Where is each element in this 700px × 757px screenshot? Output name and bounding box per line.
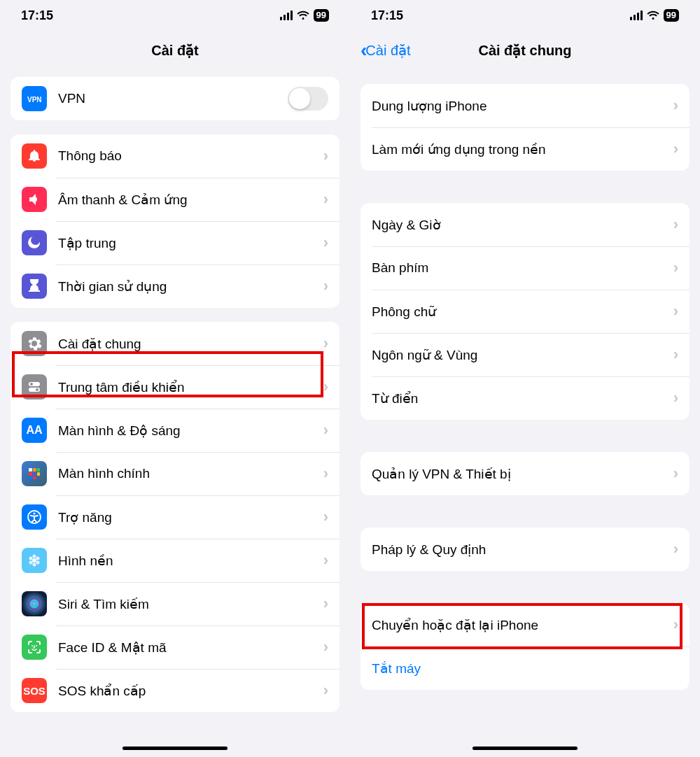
svg-rect-10 <box>37 472 40 476</box>
nav-header: Cài đặt <box>0 31 350 70</box>
moon-icon <box>22 230 47 255</box>
home-indicator[interactable] <box>122 747 227 750</box>
vpn-icon: VPN <box>22 86 47 111</box>
chevron-right-icon: › <box>673 97 678 115</box>
row-language[interactable]: Ngôn ngữ & Vùng › <box>360 333 690 376</box>
row-notifications[interactable]: Thông báo › <box>10 134 340 178</box>
chevron-right-icon: › <box>323 638 328 656</box>
chevron-right-icon: › <box>323 334 328 353</box>
app-grid-icon <box>22 461 47 486</box>
group-reset: Chuyển hoặc đặt lại iPhone › Tắt máy <box>360 603 690 690</box>
row-fonts[interactable]: Phông chữ › <box>360 290 690 333</box>
row-transfer-reset[interactable]: Chuyển hoặc đặt lại iPhone › <box>360 603 690 646</box>
chevron-right-icon: › <box>323 681 328 700</box>
group-vpn: VPN VPN <box>10 77 340 120</box>
row-vpn-device[interactable]: Quản lý VPN & Thiết bị › <box>360 452 690 495</box>
row-label: Tập trung <box>58 235 323 251</box>
svg-point-25 <box>36 645 37 646</box>
accessibility-icon <box>22 504 47 530</box>
page-title: Cài đặt chung <box>478 42 571 59</box>
status-bar: 17:15 99 <box>0 0 350 31</box>
svg-rect-11 <box>29 476 32 479</box>
row-storage[interactable]: Dung lượng iPhone › <box>360 84 690 127</box>
row-focus[interactable]: Tập trung › <box>10 221 340 264</box>
toggles-icon <box>22 374 47 399</box>
hourglass-icon <box>22 274 47 299</box>
row-label: Trợ năng <box>58 509 323 525</box>
row-sounds[interactable]: Âm thanh & Cảm ứng › <box>10 178 340 221</box>
svg-point-14 <box>34 513 36 515</box>
sos-icon: SOS <box>22 678 47 703</box>
row-control-center[interactable]: Trung tâm điều khiển › <box>10 365 340 409</box>
row-legal[interactable]: Pháp lý & Quy định › <box>360 528 690 571</box>
row-label: Làm mới ứng dụng trong nền <box>372 141 673 157</box>
svg-point-24 <box>31 645 33 646</box>
row-label: Hình nền <box>58 553 323 569</box>
home-indicator[interactable] <box>472 747 578 750</box>
row-background-refresh[interactable]: Làm mới ứng dụng trong nền › <box>360 127 690 171</box>
faceid-icon <box>22 635 47 660</box>
svg-rect-6 <box>33 468 36 472</box>
status-time: 17:15 <box>371 8 403 23</box>
svg-point-17 <box>36 557 40 560</box>
chevron-right-icon: › <box>323 147 328 165</box>
chevron-right-icon: › <box>673 140 678 158</box>
row-label: Quản lý VPN & Thiết bị <box>372 466 673 482</box>
battery-badge: 99 <box>664 9 679 22</box>
group-vpn-device: Quản lý VPN & Thiết bị › <box>360 452 690 495</box>
svg-point-4 <box>36 388 38 391</box>
row-display[interactable]: AA Màn hình & Độ sáng › <box>10 409 340 452</box>
row-label: Cài đặt chung <box>58 336 323 352</box>
svg-rect-5 <box>29 468 32 472</box>
group-general: Cài đặt chung › Trung tâm điều khiển › A… <box>10 322 340 712</box>
back-label: Cài đặt <box>365 42 410 59</box>
status-right: 99 <box>280 9 329 22</box>
svg-rect-8 <box>29 472 32 476</box>
gear-icon <box>22 331 47 356</box>
battery-badge: 99 <box>314 9 329 22</box>
chevron-right-icon: › <box>323 465 328 483</box>
row-wallpaper[interactable]: Hình nền › <box>10 539 340 582</box>
chevron-right-icon: › <box>323 190 328 208</box>
row-faceid[interactable]: Face ID & Mật mã › <box>10 625 340 669</box>
nav-header: ‹ Cài đặt Cài đặt chung <box>350 31 700 70</box>
cellular-signal-icon <box>280 10 293 20</box>
row-dictionary[interactable]: Từ điển › <box>360 376 690 420</box>
cellular-signal-icon <box>630 10 643 20</box>
row-date-time[interactable]: Ngày & Giờ › <box>360 203 690 246</box>
back-button[interactable]: ‹ Cài đặt <box>360 41 411 60</box>
screen-general: 17:15 99 ‹ Cài đặt Cài đặt chung Dung lư… <box>350 0 700 757</box>
group-legal: Pháp lý & Quy định › <box>360 528 690 571</box>
status-time: 17:15 <box>21 8 53 23</box>
group-datetime: Ngày & Giờ › Bàn phím › Phông chữ › Ngôn… <box>360 203 690 420</box>
status-right: 99 <box>630 9 679 22</box>
row-label: Pháp lý & Quy định <box>372 542 673 558</box>
chevron-right-icon: › <box>323 234 328 252</box>
chevron-right-icon: › <box>323 551 328 569</box>
svg-point-19 <box>33 563 36 567</box>
svg-point-20 <box>29 561 33 565</box>
row-screentime[interactable]: Thời gian sử dụng › <box>10 264 340 308</box>
row-keyboard[interactable]: Bàn phím › <box>360 246 690 290</box>
row-label: Thông báo <box>58 148 323 164</box>
row-shutdown[interactable]: Tắt máy <box>360 646 690 690</box>
row-label: Tắt máy <box>372 660 678 677</box>
chevron-right-icon: › <box>673 389 678 407</box>
row-label: Ngày & Giờ <box>372 217 673 233</box>
row-vpn[interactable]: VPN VPN <box>10 77 340 120</box>
siri-icon <box>22 591 47 616</box>
row-label: Phông chữ <box>372 304 673 320</box>
flower-icon <box>22 548 47 573</box>
svg-point-22 <box>29 598 40 609</box>
row-home-screen[interactable]: Màn hình chính › <box>10 452 340 495</box>
row-accessibility[interactable]: Trợ năng › <box>10 495 340 539</box>
row-label: Âm thanh & Cảm ứng <box>58 192 323 208</box>
row-sos[interactable]: SOS SOS khẩn cấp › <box>10 669 340 712</box>
svg-point-21 <box>29 557 33 560</box>
row-label: Thời gian sử dụng <box>58 278 323 295</box>
row-general[interactable]: Cài đặt chung › <box>10 322 340 365</box>
wifi-icon <box>646 10 660 20</box>
row-siri[interactable]: Siri & Tìm kiếm › <box>10 582 340 625</box>
svg-point-23 <box>31 600 38 607</box>
vpn-toggle[interactable] <box>288 87 328 111</box>
